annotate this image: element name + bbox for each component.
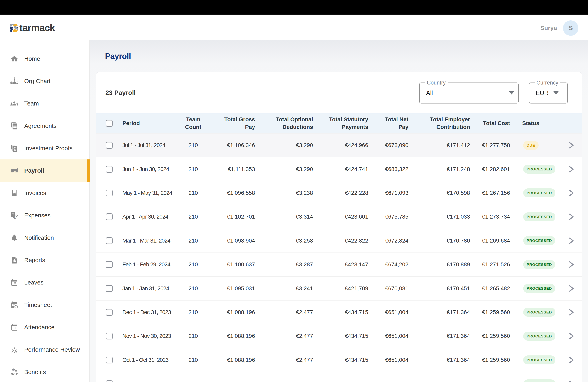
svg-text:$: $ <box>14 216 15 218</box>
svg-text:$: $ <box>13 369 14 371</box>
